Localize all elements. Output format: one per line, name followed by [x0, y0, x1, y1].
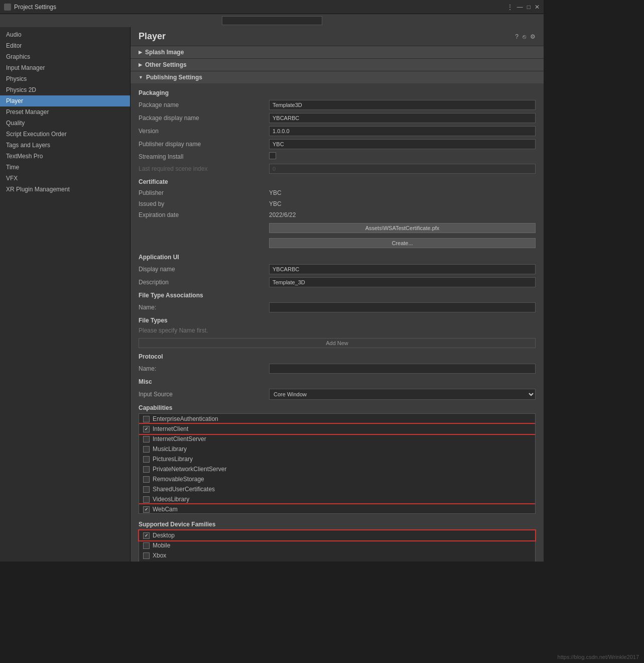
streaming-install-value	[269, 152, 536, 161]
publisher-display-name-input[interactable]	[269, 139, 536, 149]
pfx-path-button[interactable]: Assets\WSATestCertificate.pfx	[269, 223, 536, 233]
cap-webcam: ✓ WebCam	[139, 504, 535, 514]
file-association-name-row: Name:	[139, 301, 536, 314]
misc-title: Misc	[139, 375, 536, 387]
help-icon[interactable]: ?	[515, 33, 519, 40]
sidebar-item-physics-2d[interactable]: Physics 2D	[0, 84, 130, 95]
protocol-name-row: Name:	[139, 362, 536, 375]
cap-videos-library-label: VideosLibrary	[153, 496, 189, 503]
package-name-label: Package name	[139, 101, 269, 108]
cap-internet-client-server-checkbox[interactable]	[143, 436, 150, 443]
close-button[interactable]: ✕	[535, 4, 540, 11]
cap-private-network-client-server: PrivateNetworkClientServer	[139, 464, 535, 474]
app-icon	[4, 4, 11, 11]
certificate-title: Certificate	[139, 175, 536, 187]
cap-pictures-library-checkbox[interactable]	[143, 456, 150, 463]
device-xbox: Xbox	[139, 550, 535, 561]
cap-private-network-client-server-label: PrivateNetworkClientServer	[153, 466, 226, 473]
streaming-install-row: Streaming Install	[139, 151, 536, 162]
external-link-icon[interactable]: ⎋	[523, 33, 526, 40]
last-required-scene-row: Last required scene index	[139, 162, 536, 175]
package-name-input[interactable]	[269, 100, 536, 110]
sidebar-item-audio[interactable]: Audio	[0, 29, 130, 40]
sidebar-item-editor[interactable]: Editor	[0, 40, 130, 51]
package-display-name-input[interactable]	[269, 113, 536, 123]
cap-private-network-client-server-checkbox[interactable]	[143, 466, 150, 473]
version-input[interactable]	[269, 126, 536, 136]
sidebar-item-preset-manager[interactable]: Preset Manager	[0, 106, 130, 118]
publisher-display-name-row: Publisher display name	[139, 138, 536, 151]
sidebar-item-graphics[interactable]: Graphics	[0, 51, 130, 62]
splash-image-header[interactable]: Splash Image	[131, 46, 544, 58]
display-name-input[interactable]	[269, 264, 536, 274]
title-bar-label: Project Settings	[14, 4, 56, 11]
cap-music-library-checkbox[interactable]	[143, 446, 150, 453]
device-desktop: ✓ Desktop	[139, 530, 535, 540]
device-mobile-checkbox[interactable]	[143, 542, 150, 549]
settings-icon[interactable]: ⚙	[530, 33, 536, 40]
input-source-select[interactable]: Core Window Independent Input Source	[269, 389, 536, 400]
other-settings-header[interactable]: Other Settings	[131, 59, 544, 71]
publisher-display-name-label: Publisher display name	[139, 141, 269, 148]
sidebar-item-time[interactable]: Time	[0, 162, 130, 173]
maximize-button[interactable]: □	[527, 4, 531, 11]
display-name-row: Display name	[139, 263, 536, 276]
title-bar-controls: ⋮ — □ ✕	[507, 4, 540, 11]
description-value	[269, 277, 536, 287]
description-input[interactable]	[269, 277, 536, 287]
cap-removable-storage-label: RemovableStorage	[153, 476, 204, 483]
pfx-path-value: Assets\WSATestCertificate.pfx	[269, 222, 536, 234]
sidebar-item-script-execution-order[interactable]: Script Execution Order	[0, 129, 130, 140]
issued-by-value: YBC	[269, 200, 536, 207]
publisher-label: Publisher	[139, 189, 269, 196]
file-association-name-input-wrap	[269, 302, 536, 312]
description-row: Description	[139, 276, 536, 289]
version-row: Version	[139, 125, 536, 138]
cap-enterprise-authentication-checkbox[interactable]	[143, 416, 150, 422]
cap-internet-client-server: InternetClientServer	[139, 434, 535, 444]
file-types-note: Please specify Name first.	[139, 326, 536, 336]
sidebar-item-player[interactable]: Player	[0, 95, 130, 106]
sidebar-item-quality[interactable]: Quality	[0, 118, 130, 129]
streaming-install-checkbox[interactable]	[269, 152, 276, 159]
packaging-title: Packaging	[139, 86, 536, 98]
sidebar-item-physics[interactable]: Physics	[0, 73, 130, 84]
package-display-name-value	[269, 113, 536, 123]
protocol-name-input[interactable]	[269, 364, 536, 374]
device-families-list: ✓ Desktop Mobile Xbox Holographic	[139, 530, 536, 562]
device-xbox-checkbox[interactable]	[143, 552, 150, 559]
file-association-name-input[interactable]	[269, 302, 536, 312]
cap-videos-library-checkbox[interactable]	[143, 496, 150, 503]
version-label: Version	[139, 128, 269, 135]
cap-internet-client-label: InternetClient	[153, 425, 188, 432]
supported-device-families-title: Supported Device Families	[139, 518, 536, 530]
issued-by-text: YBC	[269, 200, 282, 207]
device-desktop-label: Desktop	[153, 532, 175, 539]
cap-webcam-label: WebCam	[153, 506, 178, 513]
cap-internet-client: ✓ InternetClient	[139, 424, 535, 434]
sidebar-item-input-manager[interactable]: Input Manager	[0, 62, 130, 73]
device-desktop-checkbox[interactable]: ✓	[143, 532, 150, 539]
publishing-settings-header[interactable]: Publishing Settings	[131, 71, 544, 83]
sidebar-item-tags-and-layers[interactable]: Tags and Layers	[0, 140, 130, 151]
sidebar-item-vfx[interactable]: VFX	[0, 173, 130, 184]
cap-internet-client-checkbox[interactable]: ✓	[143, 426, 150, 432]
version-value	[269, 126, 536, 136]
cap-webcam-checkbox[interactable]: ✓	[143, 506, 150, 513]
search-input[interactable]	[222, 16, 322, 25]
sidebar-item-xr-plugin-management[interactable]: XR Plugin Management	[0, 184, 130, 195]
create-cert-button[interactable]: Create...	[269, 238, 536, 248]
issued-by-row: Issued by YBC	[139, 198, 536, 209]
cap-removable-storage-checkbox[interactable]	[143, 476, 150, 483]
capabilities-title: Capabilities	[139, 401, 536, 413]
minimize-button[interactable]: —	[517, 4, 523, 11]
cap-pictures-library: PicturesLibrary	[139, 454, 535, 464]
sidebar-item-textmesh-pro[interactable]: TextMesh Pro	[0, 151, 130, 162]
package-name-row: Package name	[139, 98, 536, 112]
content-area: Player ? ⎋ ⚙ Splash Image Other Settings…	[131, 27, 544, 562]
cap-shared-user-certificates-checkbox[interactable]	[143, 486, 150, 493]
add-new-button[interactable]: Add New	[139, 338, 536, 348]
publisher-value: YBC	[269, 189, 536, 196]
menu-icon[interactable]: ⋮	[507, 4, 513, 11]
file-types-title: File Types	[139, 314, 536, 326]
